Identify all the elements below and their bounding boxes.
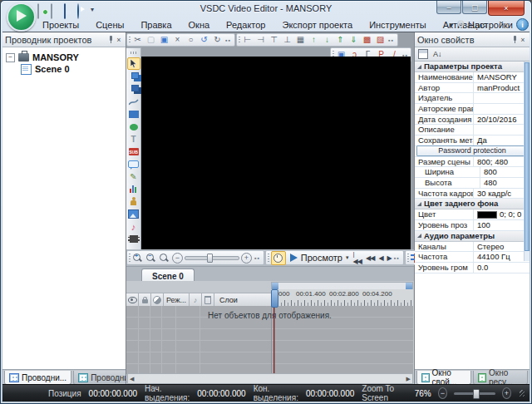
add-object-tool[interactable] bbox=[128, 71, 140, 82]
property-row[interactable]: Авторские прав. bbox=[415, 104, 530, 115]
select-none-icon[interactable]: ○ bbox=[185, 35, 196, 46]
sort-az-icon[interactable]: А↓ bbox=[433, 50, 442, 58]
polyline-tool[interactable] bbox=[128, 96, 140, 107]
color-swatch[interactable] bbox=[477, 211, 497, 219]
group-header[interactable]: Цвет заднего фона bbox=[415, 199, 530, 209]
property-row[interactable]: Ширина800 bbox=[415, 167, 530, 178]
mode-column-header[interactable]: Реж... bbox=[164, 293, 190, 307]
lock-column-icon[interactable] bbox=[139, 293, 151, 307]
tab-resources-window[interactable]: Окно ресу... bbox=[473, 371, 528, 385]
delete-column-icon[interactable] bbox=[202, 293, 214, 307]
playhead-handle[interactable] bbox=[271, 289, 278, 308]
add-image-tool[interactable] bbox=[128, 209, 140, 219]
close-panel-icon[interactable]: × bbox=[519, 36, 527, 44]
tab-properties-window[interactable]: Окно свой... bbox=[416, 371, 471, 385]
minimize-button[interactable]: – bbox=[436, 1, 461, 14]
zoom-slider-thumb[interactable] bbox=[207, 254, 213, 263]
sprite-tool[interactable]: ✎ bbox=[128, 171, 140, 182]
property-row[interactable]: Уровень гром0.0 bbox=[415, 263, 530, 273]
move-up-icon[interactable]: ↑ bbox=[308, 35, 319, 46]
menu-tools[interactable]: Инструменты bbox=[361, 20, 435, 30]
property-row[interactable]: НаименованиеMANSORY bbox=[415, 72, 530, 83]
zoom-in-button[interactable]: + bbox=[502, 387, 511, 399]
text-tool[interactable]: T bbox=[128, 134, 140, 145]
zoom-fit-icon[interactable] bbox=[159, 253, 170, 264]
maximize-button[interactable]: ▢ bbox=[462, 1, 487, 14]
menu-projects[interactable]: Проекты bbox=[34, 20, 87, 30]
select-tool[interactable] bbox=[127, 57, 140, 70]
tree-node-project[interactable]: − MANSORY bbox=[6, 52, 122, 63]
categorized-view-icon[interactable] bbox=[418, 49, 428, 59]
menu-edit[interactable]: Правка bbox=[132, 20, 180, 30]
property-row[interactable]: Размер сцены800; 480 bbox=[415, 157, 530, 168]
paste-icon[interactable]: ▣ bbox=[159, 35, 170, 46]
time-toggle-button[interactable] bbox=[271, 251, 286, 265]
menu-editor[interactable]: Редактор bbox=[218, 20, 273, 30]
close-panel-icon[interactable]: × bbox=[115, 36, 123, 44]
ellipse-tool[interactable] bbox=[128, 121, 140, 132]
menu-windows[interactable]: Окна bbox=[180, 20, 219, 30]
property-row[interactable]: Уровень проз100 bbox=[415, 220, 530, 231]
group-icon[interactable]: ▩ bbox=[362, 35, 372, 46]
zoom-slider-plus-icon[interactable]: + bbox=[241, 253, 252, 264]
zoom-in-icon[interactable]: + bbox=[132, 253, 143, 264]
skip-start-button[interactable]: |◀◀ bbox=[353, 250, 362, 265]
property-row[interactable]: АвторmanProduct bbox=[415, 83, 530, 94]
scroll-right-icon[interactable]: ▶ bbox=[406, 376, 411, 382]
property-row-color[interactable]: Цвет 0; 0; 0 bbox=[415, 209, 530, 220]
scrollbar-thumb[interactable] bbox=[525, 62, 530, 251]
duplicate-object-tool[interactable] bbox=[128, 84, 140, 95]
subtitles-tool[interactable]: SUB bbox=[128, 146, 140, 157]
save-project-button[interactable] bbox=[64, 4, 74, 14]
animation-tool[interactable] bbox=[128, 196, 140, 207]
redo-icon[interactable]: ↻ bbox=[212, 35, 223, 46]
menu-scenes[interactable]: Сцены bbox=[87, 20, 132, 30]
menu-export-project[interactable]: Экспорт проекта bbox=[273, 20, 361, 30]
ungroup-icon[interactable]: ▨ bbox=[375, 35, 386, 46]
toolbar-overflow-icon[interactable]: ▪▪ bbox=[388, 39, 394, 42]
align-left-icon[interactable]: ⊢ bbox=[242, 35, 253, 46]
toolbar-overflow-icon[interactable]: ▪▪ bbox=[225, 39, 231, 42]
fit-icon[interactable]: ▦ bbox=[295, 35, 306, 46]
quick-access-caret-icon[interactable]: ▾ bbox=[91, 6, 94, 13]
rectangle-tool[interactable] bbox=[128, 109, 140, 120]
time-ruler[interactable]: 000 00:01.400 00:02.800 00:04.200 bbox=[271, 289, 413, 307]
property-row[interactable]: Дата создания20/10/2016 bbox=[415, 115, 530, 126]
export-button[interactable] bbox=[77, 4, 87, 14]
toolbar-overflow-icon[interactable]: ▪▪ bbox=[254, 257, 260, 259]
pin-icon[interactable] bbox=[107, 36, 115, 43]
tab-project-explorer[interactable]: Проводни... bbox=[4, 371, 71, 385]
align-top-icon[interactable]: ⊤ bbox=[268, 35, 279, 46]
zoom-slider[interactable]: − + bbox=[172, 253, 252, 264]
step-back-button[interactable]: ◀ bbox=[378, 254, 382, 262]
send-back-icon[interactable]: ⇓ bbox=[348, 35, 359, 46]
property-row[interactable]: Частота кадров30 кадр/с bbox=[415, 189, 530, 200]
new-project-button[interactable] bbox=[37, 4, 47, 14]
toolbar-drag-handle[interactable] bbox=[131, 52, 137, 54]
property-row[interactable]: КаналыСтерео bbox=[415, 242, 530, 253]
property-row[interactable]: Частота44100 Гц bbox=[415, 252, 530, 263]
cut-icon[interactable]: ✂ bbox=[132, 35, 143, 46]
chart-tool[interactable] bbox=[128, 184, 140, 195]
step-forward-button[interactable]: ▶ bbox=[387, 254, 392, 262]
tooltip-tool[interactable] bbox=[128, 159, 140, 170]
property-row[interactable]: Сохранять метаДа bbox=[415, 135, 530, 146]
zoom-mode-label[interactable]: Zoom To Screen bbox=[362, 384, 407, 402]
app-logo-icon[interactable] bbox=[7, 2, 36, 32]
info-icon[interactable]: i bbox=[516, 18, 529, 31]
undo-icon[interactable]: ↺ bbox=[199, 35, 209, 46]
property-row[interactable]: Описание bbox=[415, 125, 530, 135]
toolbar-overflow-icon[interactable]: ▪▪ bbox=[394, 257, 400, 259]
move-down-icon[interactable]: ↓ bbox=[322, 35, 332, 46]
align-bottom-icon[interactable]: ⊥ bbox=[282, 35, 293, 46]
scroll-left-icon[interactable]: ◀ bbox=[130, 376, 134, 382]
tree-node-scene[interactable]: Scene 0 bbox=[21, 63, 122, 75]
open-project-button[interactable] bbox=[51, 4, 61, 14]
audio-column-icon[interactable]: ♪ bbox=[190, 293, 202, 307]
group-header[interactable]: Аудио параметры bbox=[415, 231, 530, 242]
group-header[interactable]: Параметры проекта bbox=[415, 62, 530, 72]
property-row[interactable]: Высота480 bbox=[415, 178, 530, 189]
zoom-out-button[interactable]: − bbox=[438, 387, 447, 399]
scene-canvas[interactable] bbox=[141, 57, 411, 249]
resize-grip[interactable] bbox=[520, 390, 525, 397]
